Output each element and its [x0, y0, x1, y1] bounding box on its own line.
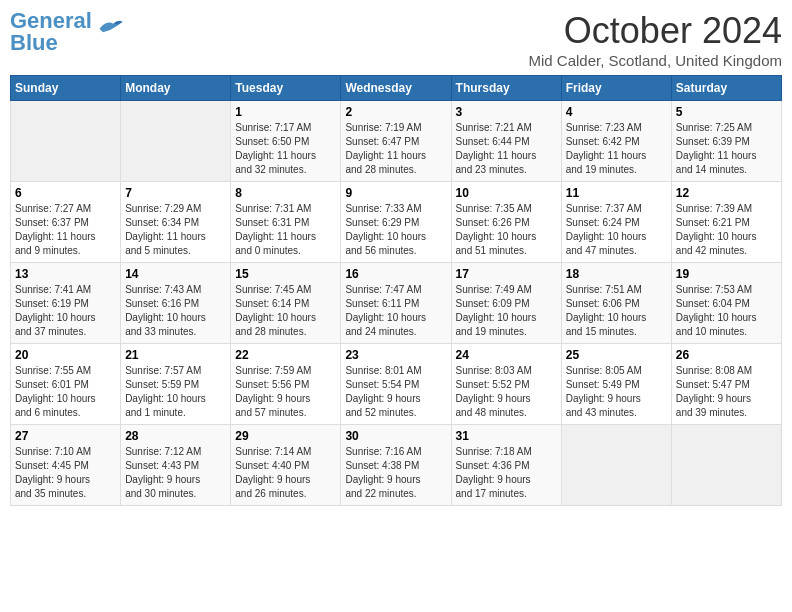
day-number: 23 [345, 348, 446, 362]
calendar-table: SundayMondayTuesdayWednesdayThursdayFrid… [10, 75, 782, 506]
day-info: Sunrise: 7:10 AMSunset: 4:45 PMDaylight:… [15, 445, 116, 501]
day-info: Sunrise: 7:21 AMSunset: 6:44 PMDaylight:… [456, 121, 557, 177]
day-info: Sunrise: 7:31 AMSunset: 6:31 PMDaylight:… [235, 202, 336, 258]
day-number: 11 [566, 186, 667, 200]
day-number: 26 [676, 348, 777, 362]
day-info: Sunrise: 7:25 AMSunset: 6:39 PMDaylight:… [676, 121, 777, 177]
day-header-friday: Friday [561, 76, 671, 101]
day-number: 30 [345, 429, 446, 443]
day-number: 13 [15, 267, 116, 281]
day-info: Sunrise: 7:19 AMSunset: 6:47 PMDaylight:… [345, 121, 446, 177]
logo-text: GeneralBlue [10, 10, 92, 54]
day-number: 4 [566, 105, 667, 119]
day-number: 21 [125, 348, 226, 362]
day-info: Sunrise: 7:49 AMSunset: 6:09 PMDaylight:… [456, 283, 557, 339]
calendar-cell: 26Sunrise: 8:08 AMSunset: 5:47 PMDayligh… [671, 344, 781, 425]
day-number: 17 [456, 267, 557, 281]
logo-bird-icon [96, 18, 124, 36]
day-number: 18 [566, 267, 667, 281]
day-info: Sunrise: 7:33 AMSunset: 6:29 PMDaylight:… [345, 202, 446, 258]
day-number: 12 [676, 186, 777, 200]
day-info: Sunrise: 7:59 AMSunset: 5:56 PMDaylight:… [235, 364, 336, 420]
calendar-cell: 6Sunrise: 7:27 AMSunset: 6:37 PMDaylight… [11, 182, 121, 263]
day-info: Sunrise: 7:51 AMSunset: 6:06 PMDaylight:… [566, 283, 667, 339]
day-info: Sunrise: 7:18 AMSunset: 4:36 PMDaylight:… [456, 445, 557, 501]
calendar-cell: 11Sunrise: 7:37 AMSunset: 6:24 PMDayligh… [561, 182, 671, 263]
day-info: Sunrise: 7:12 AMSunset: 4:43 PMDaylight:… [125, 445, 226, 501]
calendar-week-4: 20Sunrise: 7:55 AMSunset: 6:01 PMDayligh… [11, 344, 782, 425]
day-info: Sunrise: 8:05 AMSunset: 5:49 PMDaylight:… [566, 364, 667, 420]
day-number: 7 [125, 186, 226, 200]
logo: GeneralBlue [10, 10, 124, 54]
title-area: October 2024 Mid Calder, Scotland, Unite… [529, 10, 782, 69]
day-info: Sunrise: 8:03 AMSunset: 5:52 PMDaylight:… [456, 364, 557, 420]
day-header-sunday: Sunday [11, 76, 121, 101]
day-info: Sunrise: 7:35 AMSunset: 6:26 PMDaylight:… [456, 202, 557, 258]
day-number: 8 [235, 186, 336, 200]
day-number: 1 [235, 105, 336, 119]
calendar-week-2: 6Sunrise: 7:27 AMSunset: 6:37 PMDaylight… [11, 182, 782, 263]
calendar-cell: 13Sunrise: 7:41 AMSunset: 6:19 PMDayligh… [11, 263, 121, 344]
calendar-cell [671, 425, 781, 506]
day-number: 19 [676, 267, 777, 281]
day-number: 16 [345, 267, 446, 281]
calendar-week-3: 13Sunrise: 7:41 AMSunset: 6:19 PMDayligh… [11, 263, 782, 344]
calendar-cell: 24Sunrise: 8:03 AMSunset: 5:52 PMDayligh… [451, 344, 561, 425]
day-number: 29 [235, 429, 336, 443]
calendar-week-1: 1Sunrise: 7:17 AMSunset: 6:50 PMDaylight… [11, 101, 782, 182]
day-info: Sunrise: 7:39 AMSunset: 6:21 PMDaylight:… [676, 202, 777, 258]
calendar-cell [121, 101, 231, 182]
calendar-cell: 27Sunrise: 7:10 AMSunset: 4:45 PMDayligh… [11, 425, 121, 506]
calendar-cell: 23Sunrise: 8:01 AMSunset: 5:54 PMDayligh… [341, 344, 451, 425]
day-info: Sunrise: 8:01 AMSunset: 5:54 PMDaylight:… [345, 364, 446, 420]
calendar-cell: 22Sunrise: 7:59 AMSunset: 5:56 PMDayligh… [231, 344, 341, 425]
day-number: 14 [125, 267, 226, 281]
calendar-cell [11, 101, 121, 182]
day-number: 24 [456, 348, 557, 362]
calendar-cell: 19Sunrise: 7:53 AMSunset: 6:04 PMDayligh… [671, 263, 781, 344]
calendar-cell: 14Sunrise: 7:43 AMSunset: 6:16 PMDayligh… [121, 263, 231, 344]
day-number: 2 [345, 105, 446, 119]
calendar-cell: 8Sunrise: 7:31 AMSunset: 6:31 PMDaylight… [231, 182, 341, 263]
calendar-cell: 2Sunrise: 7:19 AMSunset: 6:47 PMDaylight… [341, 101, 451, 182]
calendar-cell: 29Sunrise: 7:14 AMSunset: 4:40 PMDayligh… [231, 425, 341, 506]
calendar-cell [561, 425, 671, 506]
calendar-cell: 17Sunrise: 7:49 AMSunset: 6:09 PMDayligh… [451, 263, 561, 344]
calendar-header-row: SundayMondayTuesdayWednesdayThursdayFrid… [11, 76, 782, 101]
day-number: 10 [456, 186, 557, 200]
calendar-cell: 16Sunrise: 7:47 AMSunset: 6:11 PMDayligh… [341, 263, 451, 344]
day-number: 3 [456, 105, 557, 119]
day-info: Sunrise: 7:14 AMSunset: 4:40 PMDaylight:… [235, 445, 336, 501]
day-info: Sunrise: 7:55 AMSunset: 6:01 PMDaylight:… [15, 364, 116, 420]
day-info: Sunrise: 7:16 AMSunset: 4:38 PMDaylight:… [345, 445, 446, 501]
day-info: Sunrise: 7:27 AMSunset: 6:37 PMDaylight:… [15, 202, 116, 258]
calendar-cell: 25Sunrise: 8:05 AMSunset: 5:49 PMDayligh… [561, 344, 671, 425]
calendar-cell: 10Sunrise: 7:35 AMSunset: 6:26 PMDayligh… [451, 182, 561, 263]
calendar-week-5: 27Sunrise: 7:10 AMSunset: 4:45 PMDayligh… [11, 425, 782, 506]
day-header-monday: Monday [121, 76, 231, 101]
calendar-cell: 9Sunrise: 7:33 AMSunset: 6:29 PMDaylight… [341, 182, 451, 263]
calendar-cell: 18Sunrise: 7:51 AMSunset: 6:06 PMDayligh… [561, 263, 671, 344]
calendar-cell: 20Sunrise: 7:55 AMSunset: 6:01 PMDayligh… [11, 344, 121, 425]
day-number: 5 [676, 105, 777, 119]
day-info: Sunrise: 8:08 AMSunset: 5:47 PMDaylight:… [676, 364, 777, 420]
month-title: October 2024 [529, 10, 782, 52]
day-header-wednesday: Wednesday [341, 76, 451, 101]
day-number: 27 [15, 429, 116, 443]
calendar-cell: 3Sunrise: 7:21 AMSunset: 6:44 PMDaylight… [451, 101, 561, 182]
day-info: Sunrise: 7:53 AMSunset: 6:04 PMDaylight:… [676, 283, 777, 339]
day-info: Sunrise: 7:45 AMSunset: 6:14 PMDaylight:… [235, 283, 336, 339]
day-info: Sunrise: 7:43 AMSunset: 6:16 PMDaylight:… [125, 283, 226, 339]
day-number: 31 [456, 429, 557, 443]
day-info: Sunrise: 7:23 AMSunset: 6:42 PMDaylight:… [566, 121, 667, 177]
day-header-saturday: Saturday [671, 76, 781, 101]
day-info: Sunrise: 7:57 AMSunset: 5:59 PMDaylight:… [125, 364, 226, 420]
day-number: 20 [15, 348, 116, 362]
day-number: 15 [235, 267, 336, 281]
day-info: Sunrise: 7:41 AMSunset: 6:19 PMDaylight:… [15, 283, 116, 339]
page-header: GeneralBlue October 2024 Mid Calder, Sco… [10, 10, 782, 69]
calendar-cell: 1Sunrise: 7:17 AMSunset: 6:50 PMDaylight… [231, 101, 341, 182]
calendar-cell: 21Sunrise: 7:57 AMSunset: 5:59 PMDayligh… [121, 344, 231, 425]
day-number: 25 [566, 348, 667, 362]
calendar-cell: 7Sunrise: 7:29 AMSunset: 6:34 PMDaylight… [121, 182, 231, 263]
